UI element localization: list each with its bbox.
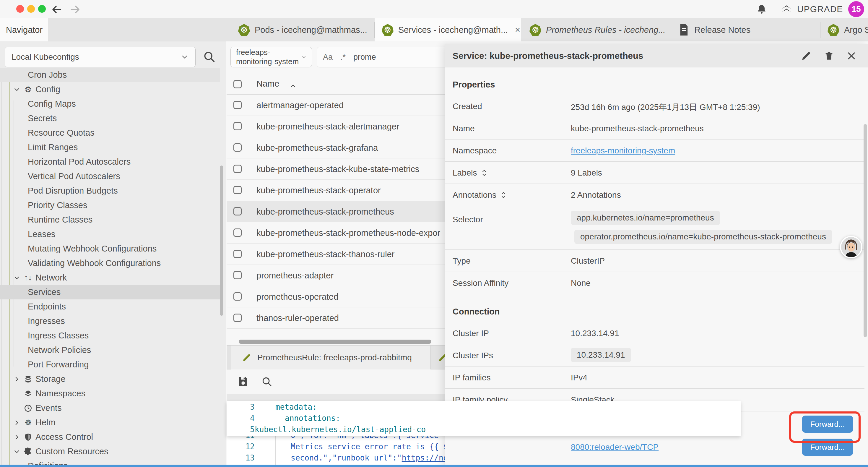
connection-row-ip-families: IP families IPv4 [445, 367, 864, 389]
sidebar-item-config[interactable]: ⚙ Config [0, 82, 220, 97]
tab-pods[interactable]: ☸ Pods - icecheng@mathmas... [231, 18, 375, 41]
service-name: prometheus-operated [256, 292, 338, 302]
upgrade-button[interactable]: UPGRADE [780, 2, 843, 16]
search-icon[interactable] [203, 50, 216, 63]
chevron-right-icon [13, 433, 21, 441]
save-icon[interactable] [237, 376, 249, 387]
forward-arrow-icon[interactable] [68, 3, 82, 16]
tab-release-notes[interactable]: Release Notes [671, 18, 820, 41]
minimize-window-button[interactable] [27, 5, 35, 13]
notifications-bell-icon[interactable] [756, 4, 768, 16]
sidebar-item-horizontal-pod-autoscalers[interactable]: Horizontal Pod Autoscalers [0, 154, 220, 169]
row-checkbox[interactable] [234, 207, 242, 215]
row-checkbox[interactable] [234, 101, 242, 109]
editor-search-icon[interactable] [261, 376, 272, 387]
namespace-selector[interactable]: freeleaps-monitoring-system [230, 47, 312, 67]
row-checkbox[interactable] [234, 229, 242, 237]
row-checkbox[interactable] [234, 122, 242, 130]
red-highlight-annotation [789, 411, 861, 443]
sidebar-item-limit-ranges[interactable]: Limit Ranges [0, 140, 220, 154]
table-horizontal-scrollbar[interactable] [239, 340, 431, 344]
kubeconfig-selector-value: Local Kubeconfigs [11, 52, 79, 62]
back-arrow-icon[interactable] [50, 3, 63, 16]
notification-count-badge[interactable]: 15 [848, 1, 864, 17]
row-checkbox[interactable] [234, 314, 242, 322]
upgrade-label: UPGRADE [797, 4, 843, 14]
sidebar-item-resource-quotas[interactable]: Resource Quotas [0, 126, 220, 140]
navigator-panel-tab[interactable]: Navigator [0, 18, 48, 41]
sidebar-item-ingress-classes[interactable]: Ingress Classes [0, 328, 220, 343]
property-row-created: Created 253d 16h 6m ago (2025年1月13日 GMT+… [445, 95, 864, 117]
sidebar-item-pod-disruption-budgets[interactable]: Pod Disruption Budgets [0, 183, 220, 198]
chevron-down-icon [13, 86, 21, 93]
sidebar-item-services[interactable]: Services [0, 285, 220, 299]
code-line: 3 metadata: [226, 401, 741, 413]
helm-wheel-icon: ☸ [23, 418, 33, 428]
edit-pencil-icon[interactable] [801, 51, 812, 61]
sidebar-item-mutating-webhook-configurations[interactable]: Mutating Webhook Configurations [0, 241, 220, 256]
sidebar-item-network-policies[interactable]: Network Policies [0, 343, 220, 357]
sidebar-item-custom-resources[interactable]: Custom Resources [0, 444, 220, 459]
tab-prometheus-rules[interactable]: ☸ Prometheus Rules - icecheng... [522, 18, 671, 41]
sidebar-item-access-control[interactable]: Access Control [0, 430, 220, 444]
sidebar-item-network[interactable]: ↑↓ Network [0, 270, 220, 285]
edit-pencil-icon [242, 353, 251, 362]
connection-row-cluster-ips: Cluster IPs 10.233.14.91 [445, 344, 864, 367]
sidebar-item-port-forwarding[interactable]: Port Forwarding [0, 357, 220, 372]
chevron-right-icon [13, 375, 21, 383]
sidebar-item-validating-webhook-configurations[interactable]: Validating Webhook Configurations [0, 256, 220, 270]
row-checkbox[interactable] [234, 292, 242, 300]
sidebar-item-secrets[interactable]: Secrets [0, 111, 220, 126]
row-checkbox[interactable] [234, 186, 242, 194]
selector-badge: app.kubernetes.io/name=prometheus [571, 211, 720, 225]
service-name: thanos-ruler-operated [256, 313, 339, 323]
close-tab-icon[interactable]: × [515, 25, 520, 35]
sidebar-scrollbar[interactable] [220, 166, 223, 316]
sidebar-item-namespaces[interactable]: Namespaces [0, 386, 220, 401]
column-header-name[interactable]: Name [256, 79, 279, 89]
tab-label: Argo Se [844, 25, 868, 35]
sidebar-item-storage[interactable]: Storage [0, 372, 220, 386]
drawer-scrollbar[interactable] [864, 124, 867, 337]
delete-trash-icon[interactable] [824, 50, 834, 61]
sidebar-item-endpoints[interactable]: Endpoints [0, 299, 220, 314]
sidebar-item-config-maps[interactable]: Config Maps [0, 97, 220, 111]
property-row-labels: Labels 9 Labels [445, 162, 864, 184]
tab-services[interactable]: ☸ Services - icecheng@math... × [375, 18, 521, 41]
tab-argo[interactable]: ☸ Argo Se [820, 18, 868, 41]
row-checkbox[interactable] [234, 250, 242, 258]
chevron-down-icon [13, 448, 21, 456]
match-case-icon[interactable]: Aa [323, 53, 333, 62]
namespace-link[interactable]: freeleaps-monitoring-system [571, 146, 675, 155]
sidebar-item-leases[interactable]: Leases [0, 227, 220, 241]
close-window-button[interactable] [16, 5, 24, 13]
sidebar-item-vertical-pod-autoscalers[interactable]: Vertical Pod Autoscalers [0, 169, 220, 183]
sidebar-item-ingresses[interactable]: Ingresses [0, 314, 220, 328]
row-checkbox[interactable] [234, 165, 242, 173]
property-row-selector: Selector app.kubernetes.io/name=promethe… [445, 206, 864, 250]
selector-badge: operator.prometheus.io/name=kube-prometh… [574, 230, 832, 244]
editor-tab-prometheusrule[interactable]: PrometheusRule: freeleaps-prod-rabbitmq [231, 346, 431, 370]
property-row-name: Name kube-prometheus-stack-prometheus [445, 117, 864, 140]
expand-updown-icon[interactable] [481, 169, 488, 177]
port-link[interactable]: 8080:reloader-web/TCP [571, 442, 658, 452]
sidebar-item-helm[interactable]: ☸ Helm [0, 415, 220, 430]
select-all-checkbox[interactable] [234, 80, 242, 88]
service-name: kube-prometheus-stack-alertmanager [256, 122, 399, 132]
user-avatar[interactable] [840, 236, 862, 258]
sort-ascending-icon[interactable] [289, 82, 297, 90]
sidebar-item-cron-jobs[interactable]: Cron Jobs [0, 68, 220, 82]
regex-icon[interactable]: .* [340, 53, 346, 62]
navigator-sidebar: Local Kubeconfigs Cron Jobs ⚙ Config Con… [0, 41, 226, 467]
kubeconfig-selector[interactable]: Local Kubeconfigs [5, 47, 195, 67]
row-checkbox[interactable] [234, 271, 242, 279]
row-checkbox[interactable] [234, 143, 242, 152]
sidebar-item-priority-classes[interactable]: Priority Classes [0, 198, 220, 212]
service-search-input[interactable]: Aa .* prome [317, 47, 453, 67]
close-icon[interactable] [846, 51, 857, 61]
puzzle-icon [23, 447, 33, 456]
zoom-window-button[interactable] [38, 5, 46, 13]
sidebar-item-runtime-classes[interactable]: Runtime Classes [0, 212, 220, 227]
sidebar-item-events[interactable]: Events [0, 401, 220, 415]
expand-updown-icon[interactable] [500, 191, 507, 200]
